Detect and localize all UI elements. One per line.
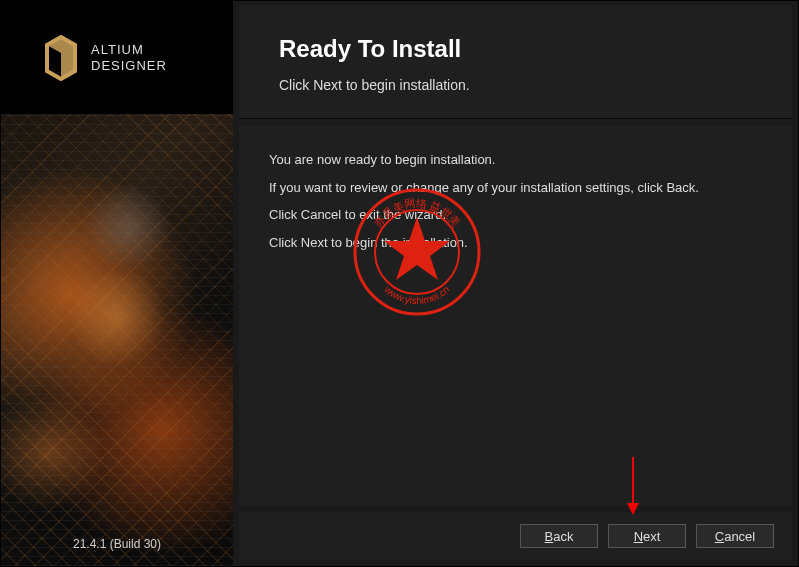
page-subtitle: Click Next to begin installation.: [279, 77, 752, 93]
header-panel: Ready To Install Click Next to begin ins…: [239, 5, 792, 119]
brand-line1: ALTIUM: [91, 42, 167, 58]
back-button[interactable]: Back: [520, 524, 598, 548]
installer-window: ALTIUM DESIGNER 21.4.1 (Build 30) Ready …: [0, 0, 799, 567]
next-button[interactable]: Next: [608, 524, 686, 548]
brand-line2: DESIGNER: [91, 58, 167, 74]
sidebar: ALTIUM DESIGNER 21.4.1 (Build 30): [1, 1, 233, 566]
altium-logo-icon: [41, 35, 81, 81]
content-line-1: You are now ready to begin installation.: [269, 150, 762, 170]
button-bar: Back Next Cancel: [239, 512, 792, 560]
content-panel: You are now ready to begin installation.…: [239, 125, 792, 506]
logo-area: ALTIUM DESIGNER: [1, 1, 233, 114]
svg-text:www.yishimei.cn: www.yishimei.cn: [382, 283, 452, 306]
main-area: Ready To Install Click Next to begin ins…: [233, 1, 798, 566]
content-line-2: If you want to review or change any of y…: [269, 178, 762, 198]
content-line-3: Click Cancel to exit the wizard.: [269, 205, 762, 225]
page-title: Ready To Install: [279, 35, 752, 63]
cancel-button[interactable]: Cancel: [696, 524, 774, 548]
logo-text: ALTIUM DESIGNER: [91, 42, 167, 73]
content-line-4: Click Next to begin the installation.: [269, 233, 762, 253]
version-label: 21.4.1 (Build 30): [1, 537, 233, 551]
stamp-url: www.yishimei.cn: [382, 283, 452, 306]
circuit-board-image: 21.4.1 (Build 30): [1, 114, 233, 566]
